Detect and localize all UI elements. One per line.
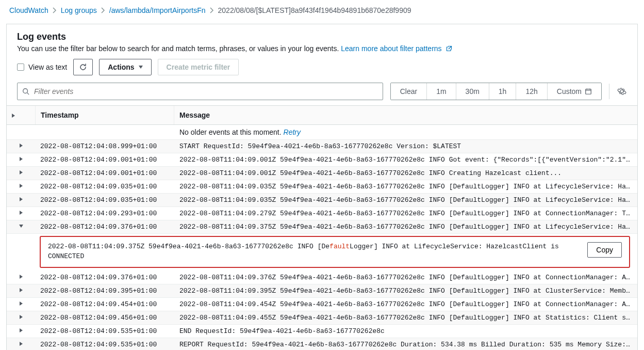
table-row: 2022-08-08T12:04:08.999+01:00START Reque… (7, 140, 637, 153)
time-range-1h[interactable]: 1h (489, 83, 517, 100)
column-message[interactable]: Message (174, 106, 637, 124)
row-timestamp: 2022-08-08T12:04:09.456+01:00 (35, 311, 174, 324)
breadcrumb-link[interactable]: Log groups (61, 6, 97, 14)
row-message: END RequestId: 59e4f9ea-4021-4e6b-8a63-1… (174, 325, 637, 338)
caret-right-icon (20, 315, 23, 319)
chevron-right-icon (210, 7, 214, 13)
settings-button[interactable] (617, 86, 627, 97)
view-as-text-checkbox[interactable]: View as text (17, 63, 67, 71)
row-expander[interactable] (7, 338, 35, 350)
row-timestamp: 2022-08-08T12:04:09.535+01:00 (35, 325, 174, 338)
table-row: 2022-08-08T12:04:09.535+01:00REPORT Requ… (7, 338, 637, 350)
row-timestamp: 2022-08-08T12:04:09.035+01:00 (35, 180, 174, 193)
learn-more-link[interactable]: Learn more about filter patterns (341, 44, 452, 53)
column-timestamp[interactable]: Timestamp (35, 106, 174, 124)
row-message: 2022-08-08T11:04:09.395Z 59e4f9ea-4021-4… (174, 284, 637, 297)
time-range-custom[interactable]: Custom (548, 83, 601, 100)
row-message: 2022-08-08T11:04:09.279Z 59e4f9ea-4021-4… (174, 207, 637, 220)
no-older-events-row: No older events at this moment. Retry (7, 125, 637, 140)
caret-right-icon (20, 328, 23, 332)
table-row: 2022-08-08T12:04:09.395+01:002022-08-08T… (7, 284, 637, 298)
column-expander[interactable] (7, 106, 35, 124)
row-expander[interactable] (7, 298, 35, 311)
row-expander[interactable] (7, 153, 35, 166)
svg-point-0 (23, 89, 28, 93)
time-range-12h[interactable]: 12h (516, 83, 547, 100)
caret-right-icon (12, 114, 15, 118)
table-row: 2022-08-08T12:04:09.293+01:002022-08-08T… (7, 207, 637, 220)
caret-right-icon (20, 184, 23, 188)
caret-right-icon (20, 301, 23, 306)
caret-right-icon (20, 144, 23, 148)
row-expander[interactable] (7, 140, 35, 153)
row-expander[interactable] (7, 207, 35, 220)
time-range-1m[interactable]: 1m (427, 83, 456, 100)
chevron-right-icon (53, 7, 57, 13)
breadcrumb-link[interactable]: CloudWatch (9, 6, 48, 14)
breadcrumb-current: 2022/08/08/[$LATEST]8a9f43f4f1964b94891b… (218, 6, 411, 14)
create-metric-filter-button[interactable]: Create metric filter (158, 59, 239, 75)
table-row: 2022-08-08T12:04:09.001+01:002022-08-08T… (7, 153, 637, 167)
caret-right-icon (20, 211, 23, 215)
divider (609, 84, 609, 99)
time-range-segmented: Clear 1m 30m 1h 12h Custom (390, 83, 602, 100)
table-row: 2022-08-08T12:04:09.376+01:002022-08-08T… (7, 220, 637, 234)
calendar-icon (585, 88, 592, 95)
copy-button[interactable]: Copy (587, 242, 622, 258)
actions-button[interactable]: Actions (99, 59, 151, 75)
caret-down-icon (19, 225, 23, 228)
row-timestamp: 2022-08-08T12:04:09.001+01:00 (35, 153, 174, 166)
caret-right-icon (20, 275, 23, 279)
caret-right-icon (20, 288, 23, 292)
row-expander[interactable] (7, 180, 35, 193)
refresh-button[interactable] (73, 59, 93, 75)
no-older-events-text: No older events at this moment. (179, 128, 282, 136)
time-range-clear[interactable]: Clear (391, 83, 427, 100)
row-timestamp: 2022-08-08T12:04:09.035+01:00 (35, 194, 174, 206)
refresh-icon (79, 63, 87, 71)
row-expander[interactable] (7, 167, 35, 180)
row-expander[interactable] (7, 194, 35, 206)
caret-right-icon (20, 170, 23, 174)
external-link-icon (446, 45, 452, 52)
row-expander[interactable] (7, 271, 35, 284)
row-message: 2022-08-08T11:04:09.375Z 59e4f9ea-4021-4… (174, 220, 637, 233)
row-timestamp: 2022-08-08T12:04:09.395+01:00 (35, 284, 174, 297)
row-timestamp: 2022-08-08T12:04:09.293+01:00 (35, 207, 174, 220)
expanded-log-text: 2022-08-08T11:04:09.375Z 59e4f9ea-4021-4… (48, 242, 581, 262)
row-expander[interactable] (7, 325, 35, 338)
caret-right-icon (20, 197, 23, 201)
search-icon (22, 88, 29, 95)
row-message: 2022-08-08T11:04:09.455Z 59e4f9ea-4021-4… (174, 311, 637, 324)
svg-rect-1 (586, 89, 591, 94)
row-timestamp: 2022-08-08T12:04:09.535+01:00 (35, 338, 174, 350)
breadcrumb-link[interactable]: /aws/lambda/ImportAirportsFn (109, 6, 206, 14)
table-row: 2022-08-08T12:04:09.376+01:002022-08-08T… (7, 271, 637, 284)
log-events-table: Timestamp Message No older events at thi… (7, 105, 637, 350)
log-events-panel: Log events You can use the filter bar be… (6, 24, 638, 350)
row-timestamp: 2022-08-08T12:04:08.999+01:00 (35, 140, 174, 153)
row-message: 2022-08-08T11:04:09.001Z 59e4f9ea-4021-4… (174, 167, 637, 180)
row-message: 2022-08-08T11:04:09.001Z 59e4f9ea-4021-4… (174, 153, 637, 166)
row-timestamp: 2022-08-08T12:04:09.376+01:00 (35, 271, 174, 284)
checkbox-icon (17, 63, 24, 71)
table-row: 2022-08-08T12:04:09.456+01:002022-08-08T… (7, 311, 637, 325)
page-title: Log events (17, 31, 627, 42)
row-expander[interactable] (7, 220, 35, 233)
caret-right-icon (20, 342, 23, 346)
row-expander[interactable] (7, 311, 35, 324)
time-range-30m[interactable]: 30m (456, 83, 489, 100)
page-subtitle: You can use the filter bar below to sear… (17, 44, 627, 53)
filter-events-input[interactable] (17, 83, 383, 100)
table-row: 2022-08-08T12:04:09.035+01:002022-08-08T… (7, 180, 637, 194)
row-message: 2022-08-08T11:04:09.035Z 59e4f9ea-4021-4… (174, 180, 637, 193)
row-timestamp: 2022-08-08T12:04:09.376+01:00 (35, 220, 174, 233)
table-row: 2022-08-08T12:04:09.454+01:002022-08-08T… (7, 298, 637, 311)
retry-link[interactable]: Retry (284, 128, 301, 136)
caret-right-icon (20, 157, 23, 161)
row-expander[interactable] (7, 284, 35, 297)
gear-icon (617, 87, 626, 96)
table-row: 2022-08-08T12:04:09.035+01:002022-08-08T… (7, 194, 637, 207)
row-message: 2022-08-08T11:04:09.376Z 59e4f9ea-4021-4… (174, 271, 637, 284)
table-row: 2022-08-08T12:04:09.535+01:00END Request… (7, 325, 637, 338)
